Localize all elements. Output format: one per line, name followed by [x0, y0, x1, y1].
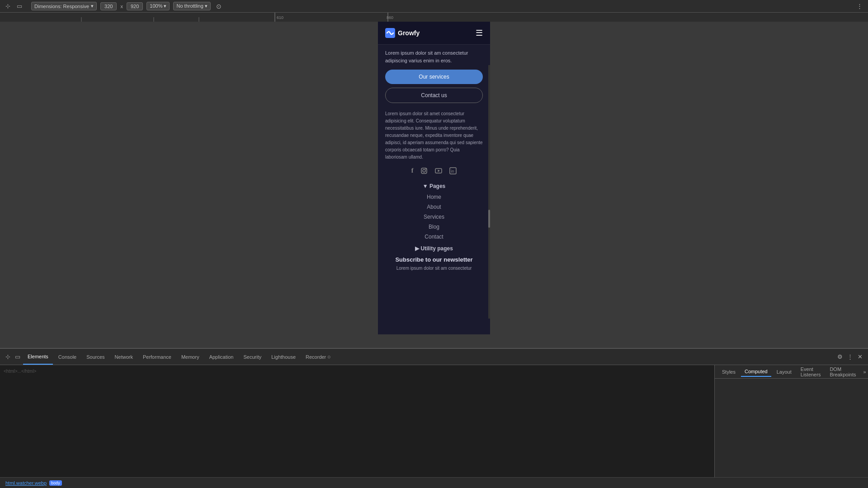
scrollbar-thumb	[488, 210, 490, 228]
elements-tree-placeholder: <html>...</html>	[4, 369, 711, 374]
svg-marker-13	[438, 170, 440, 172]
devtools-right-panel: Styles Computed Layout Event Listeners D…	[714, 365, 868, 477]
close-devtools-icon[interactable]: ✕	[856, 352, 864, 361]
devtools-content-area: <html>...</html> Styles Computed Layout …	[0, 365, 868, 477]
tab-performance[interactable]: Performance	[138, 349, 176, 365]
pages-nav: Home About Services Blog Contact	[385, 194, 483, 240]
tab-sources[interactable]: Sources	[82, 349, 109, 365]
width-input[interactable]: 320	[100, 2, 117, 10]
svg-point-11	[425, 169, 426, 169]
file-tab: html.watcher.webp body	[5, 480, 62, 486]
services-button[interactable]: Our services	[385, 70, 483, 84]
throttle-dropdown[interactable]: No throttling ▾	[173, 2, 210, 10]
nav-link-contact[interactable]: Contact	[385, 234, 483, 240]
main-area: Growfy ☰ Lorem ipsum dolor sit am consec…	[0, 22, 868, 334]
newsletter-section: Subscribe to our newsletter Lorem ipsum …	[385, 256, 483, 271]
nav-link-about[interactable]: About	[385, 204, 483, 210]
settings-icon[interactable]: ⚙	[835, 352, 844, 361]
page-scroll-area[interactable]: Lorem ipsum dolor sit am consectetur adi…	[378, 45, 490, 334]
device-preview-area: Growfy ☰ Lorem ipsum dolor sit am consec…	[0, 22, 868, 334]
tab-lighthouse[interactable]: Lighthouse	[267, 349, 300, 365]
tab-security[interactable]: Security	[239, 349, 266, 365]
browser-toolbar: ⊹ ▭ Dimensions: Responsive ▾ 320 x 920 1…	[0, 0, 868, 13]
svg-text:in: in	[451, 169, 454, 174]
tab-recorder[interactable]: Recorder ⊙	[301, 349, 335, 365]
nav-link-blog[interactable]: Blog	[385, 224, 483, 230]
tab-elements[interactable]: Elements	[23, 349, 53, 365]
instagram-icon[interactable]	[420, 167, 428, 176]
devtools-panel: ⊹ ▭ Elements Console Sources Network Per…	[0, 348, 868, 488]
body-text: Lorem ipsum dolor sit amet consectetur a…	[385, 110, 483, 161]
inspect-toggle-icon[interactable]: ⊹	[4, 352, 12, 361]
svg-text:860: 860	[387, 15, 393, 20]
nav-link-home[interactable]: Home	[385, 194, 483, 200]
utility-title: ▶ Utility pages	[385, 245, 483, 252]
ruler-bar: 610 860	[0, 13, 868, 22]
contact-button[interactable]: Contact us	[385, 88, 483, 103]
mobile-navbar: Growfy ☰	[378, 22, 490, 45]
device-icon[interactable]: ▭	[15, 2, 24, 10]
dimension-separator: x	[120, 4, 123, 9]
zoom-dropdown[interactable]: 100% ▾	[146, 2, 170, 10]
devtools-left-icons: ⊹ ▭	[4, 2, 24, 10]
panel-tab-layout[interactable]: Layout	[773, 367, 795, 376]
svg-text:610: 610	[277, 15, 283, 20]
linkedin-icon[interactable]: in	[449, 167, 457, 176]
responsive-dropdown[interactable]: Dimensions: Responsive ▾	[31, 2, 97, 10]
social-icons-row: f in	[385, 167, 483, 176]
logo-text: Growfy	[398, 29, 420, 37]
mobile-scrollbar[interactable]	[488, 65, 490, 319]
file-badge: body	[49, 480, 62, 486]
newsletter-title: Subscribe to our newsletter	[385, 256, 483, 263]
more-options-icon[interactable]: ⋮	[845, 352, 855, 361]
devtools-tabs: ⊹ ▭ Elements Console Sources Network Per…	[0, 349, 868, 365]
tab-application[interactable]: Application	[205, 349, 238, 365]
hamburger-icon[interactable]: ☰	[476, 28, 483, 38]
device-toggle-icon[interactable]: ▭	[13, 352, 22, 361]
svg-point-10	[423, 169, 425, 172]
tab-network[interactable]: Network	[110, 349, 137, 365]
logo-container: Growfy	[385, 28, 420, 38]
svg-rect-0	[0, 13, 868, 22]
logo-icon	[385, 28, 395, 38]
panel-tab-styles[interactable]: Styles	[718, 367, 739, 376]
panel-tabs: Styles Computed Layout Event Listeners D…	[715, 365, 868, 379]
dropdown-arrow: ▾	[91, 3, 94, 9]
file-label[interactable]: html.watcher.webp	[5, 480, 47, 486]
height-input[interactable]: 920	[127, 2, 143, 10]
hero-partial-text: Lorem ipsum dolor sit am consectetur adi…	[385, 45, 483, 70]
pages-title: ▼ Pages	[385, 183, 483, 189]
tab-console[interactable]: Console	[54, 349, 81, 365]
panel-tab-more-icon[interactable]: »	[863, 369, 866, 375]
tab-memory[interactable]: Memory	[177, 349, 204, 365]
newsletter-text: Lorem ipsum dolor sit am consectetur	[385, 266, 483, 271]
nav-link-services[interactable]: Services	[385, 214, 483, 220]
devtools-left-panel: <html>...</html>	[0, 365, 714, 477]
youtube-icon[interactable]	[435, 167, 442, 176]
panel-tab-computed[interactable]: Computed	[741, 367, 771, 377]
camera-icon[interactable]: ⊙	[216, 3, 222, 10]
devtools-statusbar: html.watcher.webp body	[0, 477, 868, 488]
more-vert-icon[interactable]: ⋮	[855, 2, 864, 10]
mobile-frame: Growfy ☰ Lorem ipsum dolor sit am consec…	[378, 22, 490, 334]
panel-tab-dom-breakpoints[interactable]: DOM Breakpoints	[826, 365, 859, 379]
pages-section: ▼ Pages Home About Services Blog Contact…	[385, 183, 483, 252]
responsive-label: Dimensions: Responsive	[34, 4, 89, 9]
panel-tab-event-listeners[interactable]: Event Listeners	[797, 365, 825, 379]
inspect-icon[interactable]: ⊹	[4, 2, 12, 10]
page-content: Lorem ipsum dolor sit am consectetur adi…	[378, 45, 490, 278]
facebook-icon[interactable]: f	[411, 167, 414, 176]
